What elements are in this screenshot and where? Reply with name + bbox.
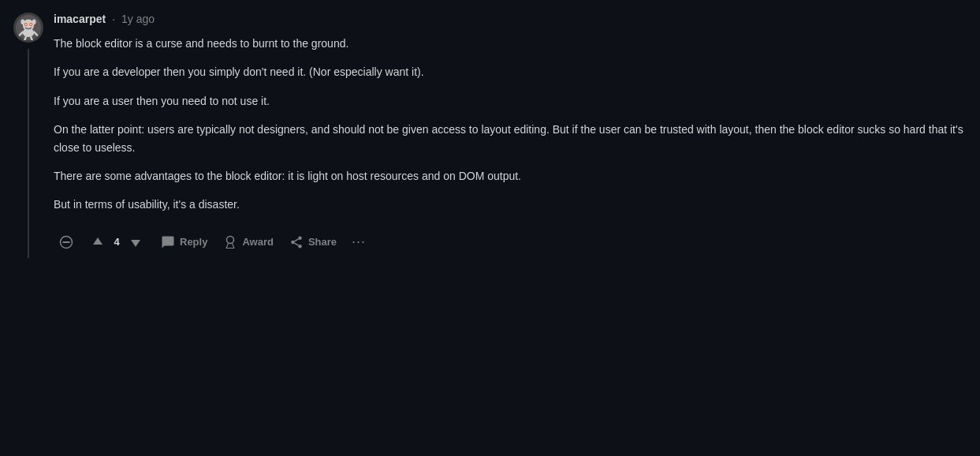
comment-actions: 4 Reply Award bbox=[54, 226, 967, 258]
right-column: imacarpet · 1y ago The block editor is a… bbox=[54, 13, 967, 258]
paragraph-3: If you are a user then you need to not u… bbox=[54, 92, 967, 110]
vote-section: 4 bbox=[85, 230, 148, 255]
vote-count: 4 bbox=[112, 236, 121, 248]
timestamp: 1y ago bbox=[121, 13, 155, 25]
award-icon bbox=[223, 235, 237, 249]
svg-line-20 bbox=[294, 239, 298, 241]
comment-header: imacarpet · 1y ago bbox=[54, 13, 967, 25]
paragraph-2: If you are a developer then you simply d… bbox=[54, 63, 967, 80]
svg-line-19 bbox=[294, 243, 298, 245]
svg-point-7 bbox=[25, 24, 27, 25]
share-icon bbox=[289, 235, 304, 249]
username[interactable]: imacarpet bbox=[54, 13, 106, 25]
collapse-icon bbox=[59, 235, 73, 249]
avatar bbox=[13, 13, 43, 43]
svg-point-18 bbox=[298, 245, 302, 249]
svg-point-4 bbox=[32, 20, 36, 24]
dot-separator: · bbox=[112, 13, 115, 25]
downvote-icon bbox=[129, 235, 143, 249]
svg-point-15 bbox=[227, 236, 234, 243]
paragraph-4: On the latter point: users are typically… bbox=[54, 121, 967, 156]
svg-point-8 bbox=[30, 24, 32, 25]
paragraph-5: There are some advantages to the block e… bbox=[54, 167, 967, 185]
reply-icon bbox=[161, 235, 175, 249]
svg-line-11 bbox=[24, 37, 26, 40]
svg-point-17 bbox=[291, 240, 295, 244]
more-button[interactable]: ··· bbox=[346, 230, 371, 255]
comment-container: imacarpet · 1y ago The block editor is a… bbox=[0, 0, 980, 271]
downvote-button[interactable] bbox=[123, 230, 148, 255]
comment-body: The block editor is a curse and needs to… bbox=[54, 35, 967, 214]
paragraph-6: But in terms of usability, it's a disast… bbox=[54, 196, 967, 213]
award-button[interactable]: Award bbox=[217, 230, 280, 254]
thread-line bbox=[28, 49, 29, 258]
share-button[interactable]: Share bbox=[283, 230, 343, 254]
svg-point-16 bbox=[298, 236, 302, 240]
reply-label: Reply bbox=[180, 236, 207, 248]
left-column bbox=[13, 13, 44, 258]
award-label: Award bbox=[242, 236, 274, 248]
upvote-icon bbox=[91, 235, 105, 249]
more-dots: ··· bbox=[352, 234, 366, 250]
collapse-button[interactable] bbox=[54, 230, 79, 255]
paragraph-1: The block editor is a curse and needs to… bbox=[54, 35, 967, 52]
reply-button[interactable]: Reply bbox=[155, 230, 214, 254]
svg-line-12 bbox=[31, 37, 32, 40]
upvote-button[interactable] bbox=[85, 230, 110, 255]
svg-point-3 bbox=[20, 20, 24, 24]
share-label: Share bbox=[308, 236, 337, 248]
